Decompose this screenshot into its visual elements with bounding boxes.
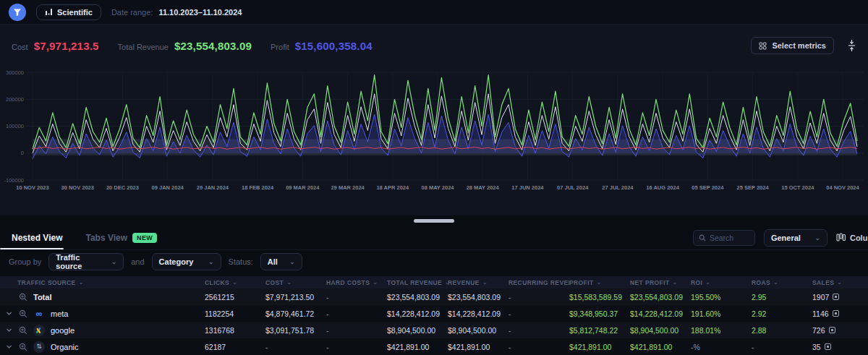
- cell-profit: $9,348,950.37: [569, 309, 630, 318]
- scientific-label: Scientific: [57, 8, 93, 17]
- group-by-second-value: Category: [159, 257, 194, 266]
- column-header-label: ROAS: [752, 279, 770, 286]
- x-axis-tick: 25 SEP 2024: [737, 184, 770, 191]
- expand-caret-icon[interactable]: [6, 327, 13, 333]
- x-axis-tick: 29 JAN 2024: [197, 184, 229, 191]
- cell-hard_costs: -: [326, 326, 387, 335]
- status-select[interactable]: All ⌄: [260, 253, 302, 270]
- search-input[interactable]: [710, 234, 753, 242]
- date-range[interactable]: Date range: 11.10.2023–11.10.2024: [111, 8, 242, 17]
- sales-value: 726: [812, 326, 825, 335]
- cell-sales: 35: [812, 343, 868, 351]
- column-header-label: RECURRING REVEN...: [509, 279, 569, 286]
- cell-sales: 726: [812, 326, 868, 335]
- zoom-in-icon[interactable]: [19, 326, 27, 335]
- sales-value: 35: [812, 343, 821, 351]
- sales-details-icon[interactable]: [829, 327, 835, 333]
- group-by-second-select[interactable]: Category ⌄: [152, 253, 221, 270]
- cell-total_revenue: $8,904,500.00: [387, 326, 448, 335]
- filter-button[interactable]: [9, 4, 26, 21]
- column-header-roi[interactable]: ROI⌄: [691, 279, 752, 286]
- cell-profit: $421,891.00: [569, 343, 630, 351]
- zoom-in-icon[interactable]: [19, 343, 27, 351]
- select-metrics-label: Select metrics: [772, 41, 826, 50]
- search-icon: [699, 234, 706, 241]
- cell-source: Total: [0, 293, 205, 301]
- table-row-meta[interactable]: ∞meta1182254$4,879,461.72-$14,228,412.09…: [0, 305, 868, 322]
- column-header-sales[interactable]: SALES⌄: [812, 279, 868, 286]
- column-header-roas[interactable]: ROAS⌄: [752, 279, 812, 286]
- y-axis-tick: 100000: [6, 123, 24, 129]
- column-header-recurring_revenue[interactable]: RECURRING REVEN...: [509, 279, 569, 286]
- sales-details-icon[interactable]: [833, 294, 839, 300]
- cell-revenue: $14,228,412.09: [448, 309, 509, 318]
- tab-tabs-view[interactable]: Tabs View NEW: [74, 226, 169, 249]
- metric-cost-label: Cost: [12, 43, 28, 51]
- cell-recurring_revenue: -: [509, 309, 569, 318]
- x-axis-tick: 08 MAY 2024: [421, 184, 454, 191]
- x-axis-tick: 29 MAR 2024: [331, 184, 365, 191]
- column-header-profit[interactable]: PROFIT⌄: [569, 279, 630, 286]
- column-header-clicks[interactable]: CLICKS⌄: [205, 279, 265, 286]
- new-badge: NEW: [132, 233, 157, 243]
- metric-total-revenue: Total Revenue $23,554,803.09: [118, 40, 252, 52]
- column-header-net_profit[interactable]: NET PROFIT⌄: [630, 279, 691, 286]
- table-row-organic[interactable]: ⇅Organic62187--$421,891.00$421,891.00-$4…: [0, 338, 868, 355]
- cell-recurring_revenue: -: [509, 293, 569, 301]
- cell-roi: 191.60%: [691, 309, 752, 318]
- x-axis-tick: 05 SEP 2024: [692, 184, 724, 191]
- cell-cost: $3,091,751.78: [265, 326, 326, 335]
- column-header-label: PROFIT: [569, 279, 594, 286]
- y-axis-tick: 200000: [6, 96, 24, 103]
- sales-details-icon[interactable]: [825, 343, 831, 350]
- cell-sales: 1146: [812, 309, 868, 318]
- x-axis-tick: 18 FEB 2024: [242, 184, 274, 191]
- cell-source: ∞meta: [0, 308, 205, 320]
- cell-revenue: $8,904,500.00: [448, 326, 509, 335]
- column-header-cost[interactable]: COST⌄: [265, 279, 326, 286]
- cell-source: ⇅Organic: [0, 341, 205, 353]
- table-row-google[interactable]: google1316768$3,091,751.78-$8,904,500.00…: [0, 322, 868, 338]
- column-header-hard_costs[interactable]: HARD COSTS⌄: [326, 279, 387, 286]
- x-axis-tick: 16 AUG 2024: [646, 184, 679, 191]
- column-header-total_revenue[interactable]: TOTAL REVENUE⌄: [387, 279, 448, 286]
- panel-resize-handle[interactable]: [414, 219, 454, 223]
- cell-cost: $7,971,213.50: [265, 293, 326, 301]
- cell-sales: 1907: [812, 293, 868, 301]
- cell-recurring_revenue: -: [509, 343, 569, 351]
- column-header-label: TOTAL REVENUE: [387, 279, 442, 286]
- select-metrics-button[interactable]: Select metrics: [751, 37, 834, 54]
- cell-roi: -%: [691, 343, 752, 351]
- funnel-icon: [13, 8, 22, 17]
- scientific-button[interactable]: Scientific: [36, 4, 101, 20]
- filters-row: Group by Traffic source ⌄ and Category ⌄…: [0, 250, 868, 273]
- vertical-align-center-icon[interactable]: [847, 39, 856, 52]
- cell-hard_costs: -: [326, 309, 387, 318]
- table-row-total[interactable]: Total2561215$7,971,213.50-$23,554,803.09…: [0, 288, 868, 305]
- expand-caret-icon[interactable]: [6, 310, 13, 317]
- cell-roi: 195.50%: [691, 293, 752, 301]
- preset-select[interactable]: General ⌄: [764, 229, 827, 247]
- tab-tabs-view-label: Tabs View: [85, 233, 127, 243]
- cell-roas: -: [752, 343, 812, 351]
- metric-profit: Profit $15,600,358.04: [271, 40, 373, 52]
- sales-details-icon[interactable]: [833, 310, 839, 317]
- tab-nested-view[interactable]: Nested View: [0, 226, 74, 249]
- sort-icon: ⌄: [232, 279, 237, 286]
- y-axis-tick: -100000: [4, 177, 24, 184]
- cell-roas: 2.95: [752, 293, 812, 301]
- column-header-source[interactable]: TRAFFIC SOURCE⌄: [0, 279, 205, 286]
- chart-panel: Cost $7,971,213.5 Total Revenue $23,554,…: [0, 25, 868, 215]
- sort-icon: ⌄: [837, 279, 842, 286]
- zoom-in-icon[interactable]: [19, 293, 27, 301]
- group-by-first-select[interactable]: Traffic source ⌄: [48, 253, 124, 270]
- zoom-in-icon[interactable]: [19, 309, 27, 318]
- search-box[interactable]: [693, 230, 755, 246]
- columns-button[interactable]: Columns: [836, 233, 868, 242]
- preset-select-value: General: [771, 234, 801, 242]
- cell-clicks: 1316768: [205, 326, 265, 335]
- expand-caret-icon[interactable]: [6, 343, 13, 350]
- column-header-revenue[interactable]: REVENUE⌄: [448, 279, 509, 286]
- y-axis-tick: 0: [21, 150, 24, 156]
- cell-net_profit: $8,904,500.00: [630, 326, 691, 335]
